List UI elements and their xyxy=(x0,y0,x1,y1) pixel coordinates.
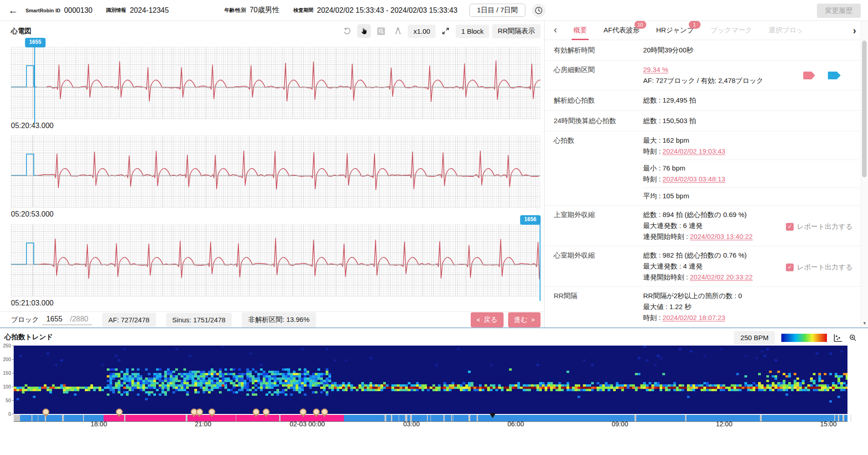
tab-selected-blocks[interactable]: 選択ブロック xyxy=(769,26,801,35)
bpm-axis-tick xyxy=(12,346,14,346)
tabs-scroll-right-icon[interactable]: › xyxy=(853,25,856,37)
change-history-button[interactable]: 変更履歴 xyxy=(817,4,861,18)
strip-timestamp-3: 05:21:03.000 xyxy=(11,299,53,307)
zoom-level-button[interactable]: x1.00 xyxy=(408,25,436,38)
af-pin-icon[interactable] xyxy=(263,408,270,415)
panel-scrollbar[interactable]: ▼ xyxy=(861,21,868,327)
unanalyzed-sliver xyxy=(385,415,387,421)
af-pin-icon[interactable] xyxy=(313,408,320,415)
af-pin-icon[interactable] xyxy=(116,408,123,415)
unanalyzed-sliver xyxy=(236,415,236,421)
unanalyzed-sliver xyxy=(31,415,33,421)
ecg-baseline xyxy=(11,176,541,176)
bpm-axis-label: 250 xyxy=(0,343,11,348)
hr-max-time-link[interactable]: 2024/02/02 19:03:43 xyxy=(663,147,726,155)
unanalyzed-sliver xyxy=(634,415,636,421)
unanalyzed-sliver xyxy=(685,415,687,421)
exam-period-label: 検査期間 xyxy=(293,7,313,14)
rr-max: 最大値 : 1.22 秒 xyxy=(643,301,859,312)
block-mode-button[interactable]: 1 Block xyxy=(456,25,489,38)
block-marker-tag-1655[interactable]: 1655 xyxy=(25,38,46,47)
hand-tool-button[interactable] xyxy=(357,24,371,38)
next-block-button[interactable]: 進む> xyxy=(508,312,541,327)
bpm-scale-button[interactable]: 250 BPM xyxy=(734,331,775,344)
time-axis-label: 21:00 xyxy=(195,420,211,428)
af-percent-link[interactable]: 29.34 % xyxy=(643,66,668,73)
scrollbar-down-icon[interactable]: ▼ xyxy=(863,321,867,326)
expand-button[interactable] xyxy=(439,24,452,38)
unanalyzed-sliver xyxy=(399,415,399,421)
unanalyzed-sliver xyxy=(431,415,431,421)
vpb-run-time-link[interactable]: 2024/02/02 20:33:22 xyxy=(690,273,753,281)
unanalyzed-sliver xyxy=(451,415,452,421)
tag-blue-icon[interactable] xyxy=(828,72,841,79)
vpb-report-option[interactable]: ✓ レポート出力する xyxy=(786,262,852,273)
panel-tabbar: ‹ 概要 AF代表波形10 HRジャンプ1 ブックマーク 選択ブロック › xyxy=(545,21,868,40)
bpm-axis-tick xyxy=(12,373,14,373)
bpm-axis-label: 200 xyxy=(0,357,11,362)
expand-icon xyxy=(442,27,450,35)
previous-block-button[interactable]: <戻る xyxy=(471,312,503,327)
bpm-axis-label: 0 xyxy=(0,411,11,417)
af-pin-icon[interactable] xyxy=(321,408,328,415)
hr-min-time-link[interactable]: 2024/02/03 03:48:13 xyxy=(663,175,726,183)
svpb-run-time-link[interactable]: 2024/02/03 13:40:22 xyxy=(690,233,753,240)
reset-view-button[interactable] xyxy=(340,24,354,38)
unanalyzed-sliver xyxy=(842,415,845,421)
af-pin-icon[interactable] xyxy=(300,408,307,415)
svpb-total: 総数 : 894 拍 (総心拍数の 0.69 %) xyxy=(643,209,859,220)
position-marker-icon[interactable] xyxy=(489,413,496,418)
patient-id-value: 2024-12345 xyxy=(130,6,169,15)
hr-trend-controls: 250 BPM xyxy=(734,331,857,344)
ecg-strip-3[interactable]: 1656 xyxy=(11,224,541,296)
unanalyzed-stat-chip: 非解析区間: 13.96% xyxy=(242,312,316,327)
clock-button[interactable] xyxy=(532,4,546,17)
bpm-axis-label: 150 xyxy=(0,370,11,376)
zoom-in-icon[interactable] xyxy=(849,334,857,342)
ecg-strip-1[interactable]: 1655 xyxy=(11,47,541,119)
checkbox-checked-icon[interactable]: ✓ xyxy=(786,223,794,231)
block-marker-line-1656[interactable] xyxy=(540,224,541,301)
unanalyzed-sliver xyxy=(62,415,64,421)
unanalyzed-sliver xyxy=(838,415,839,421)
bpm-axis-tick xyxy=(12,387,14,387)
clock-icon xyxy=(535,6,543,15)
smartrobin-app: ← SmartRobin ID 0000130 識別情報 2024-12345 … xyxy=(0,0,868,455)
time-axis-label: 12:00 xyxy=(716,420,732,428)
caliper-button[interactable] xyxy=(391,24,405,38)
bpm-axis-tick xyxy=(12,400,14,401)
scatter-plot-icon[interactable] xyxy=(833,333,842,342)
tab-overview[interactable]: 概要 xyxy=(573,26,587,35)
zoom-select-button[interactable] xyxy=(374,24,388,38)
row-af-section: 心房細動区間 29.34 % AF: 727ブロック / 有効: 2,478ブロ… xyxy=(545,61,868,90)
block-number-input[interactable]: 1655 /2880 xyxy=(42,315,92,325)
time-axis-label: 02-03 00:00 xyxy=(290,420,325,428)
af-pin-icon[interactable] xyxy=(42,408,49,415)
age-sex-value: 70歳男性 xyxy=(249,5,280,15)
scrollbar-thumb[interactable] xyxy=(862,41,867,177)
back-arrow-icon[interactable]: ← xyxy=(8,5,18,16)
af-stat-chip: AF: 727/2478 xyxy=(102,313,156,327)
af-pin-icon[interactable] xyxy=(253,408,260,415)
checkbox-checked-icon[interactable]: ✓ xyxy=(786,264,794,271)
bpm-axis-tick xyxy=(12,414,14,414)
af-pin-icon[interactable] xyxy=(196,408,203,415)
tabs-scroll-left-icon[interactable]: ‹ xyxy=(554,26,557,35)
tab-af-waveform[interactable]: AF代表波形10 xyxy=(603,26,639,35)
patient-id-label: 識別情報 xyxy=(106,7,126,14)
af-pin-icon[interactable] xyxy=(208,408,215,415)
block-marker-line-1655[interactable] xyxy=(34,47,35,124)
rr-time-link[interactable]: 2024/02/02 18:07:23 xyxy=(663,314,726,321)
tab-bookmark[interactable]: ブックマーク xyxy=(711,26,753,35)
chevron-left-icon: < xyxy=(477,317,480,323)
hr-trend-heatmap[interactable] xyxy=(14,346,847,414)
rr-interval-button[interactable]: RR間隔表示 xyxy=(492,24,541,38)
svpb-report-option[interactable]: ✓ レポート出力する xyxy=(786,221,852,232)
tag-pink-icon[interactable] xyxy=(803,72,815,79)
block-marker-tag-1656[interactable]: 1656 xyxy=(520,215,541,225)
row-valid-analysis-time: 有効解析時間 20時間39分00秒 xyxy=(545,40,868,61)
unanalyzed-sliver xyxy=(443,415,445,421)
day-selector[interactable]: 1日目 / 7日間 xyxy=(469,4,525,17)
tab-hr-jump[interactable]: HRジャンプ1 xyxy=(656,26,694,35)
ecg-strip-2[interactable] xyxy=(11,135,541,207)
